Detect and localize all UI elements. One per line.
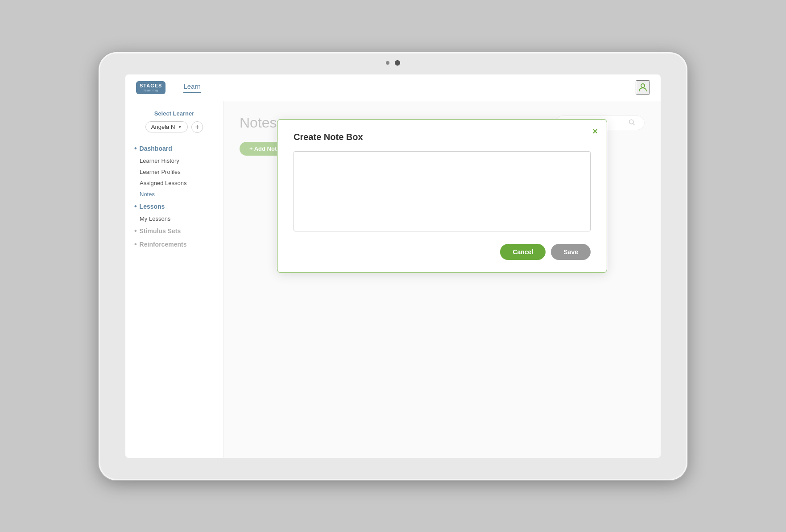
learner-name: Angela N (151, 124, 175, 130)
bullet-icon-reinforcements: • (134, 240, 137, 248)
logo-stages-text: STAGES (140, 83, 162, 88)
sidebar-section-dashboard[interactable]: • Dashboard (125, 142, 223, 155)
sidebar-section-reinforcements[interactable]: • Reinforcements (125, 238, 223, 251)
dashboard-label: Dashboard (140, 145, 172, 152)
tablet-screen: STAGES learning Learn Select Learner (125, 74, 661, 458)
stimulus-sets-label: Stimulus Sets (140, 227, 181, 235)
save-button[interactable]: Save (551, 244, 591, 260)
top-nav: STAGES learning Learn (125, 74, 661, 101)
sidebar: Select Learner Angela N ▼ + • Dashboard (125, 101, 223, 458)
sidebar-item-my-lessons[interactable]: My Lessons (125, 213, 223, 224)
reinforcements-label: Reinforcements (140, 241, 187, 248)
cancel-button[interactable]: Cancel (500, 244, 546, 260)
modal-overlay: × Create Note Box Cancel Save (223, 101, 661, 458)
svg-point-0 (641, 84, 645, 87)
sidebar-item-learner-profiles[interactable]: Learner Profiles (125, 166, 223, 177)
chevron-down-icon: ▼ (178, 124, 182, 129)
tablet-frame: STAGES learning Learn Select Learner (99, 52, 687, 480)
add-icon: + (195, 123, 199, 131)
bullet-icon-lessons: • (134, 202, 137, 210)
logo-box: STAGES learning (136, 81, 165, 94)
modal-actions: Cancel Save (294, 244, 591, 260)
tablet-dot (386, 61, 389, 65)
logo-learning-text: learning (144, 88, 158, 92)
bullet-icon: • (134, 144, 137, 153)
sidebar-item-assigned-lessons[interactable]: Assigned Lessons (125, 177, 223, 189)
tablet-camera (395, 60, 400, 66)
main-content: Notes + Add Note (223, 101, 661, 458)
learner-dropdown[interactable]: Angela N ▼ (145, 121, 188, 132)
tablet-camera-area (386, 60, 400, 66)
app-body: Select Learner Angela N ▼ + • Dashboard (125, 101, 661, 458)
sidebar-section-lessons[interactable]: • Lessons (125, 200, 223, 213)
sidebar-item-learner-history[interactable]: Learner History (125, 155, 223, 166)
note-textarea[interactable] (294, 151, 591, 231)
add-learner-button[interactable]: + (191, 121, 203, 133)
bullet-icon-stimulus: • (134, 227, 137, 235)
create-note-modal: × Create Note Box Cancel Save (277, 119, 607, 273)
learn-nav-link[interactable]: Learn (183, 82, 200, 93)
modal-title: Create Note Box (294, 132, 591, 142)
sidebar-item-notes[interactable]: Notes (125, 189, 223, 200)
user-icon-button[interactable] (636, 80, 650, 95)
select-learner-label: Select Learner (125, 110, 223, 117)
modal-close-button[interactable]: × (592, 127, 598, 136)
sidebar-section-stimulus-sets[interactable]: • Stimulus Sets (125, 224, 223, 238)
learner-selector: Angela N ▼ + (125, 121, 223, 133)
lessons-label: Lessons (140, 203, 165, 210)
logo-area: STAGES learning (136, 81, 165, 94)
